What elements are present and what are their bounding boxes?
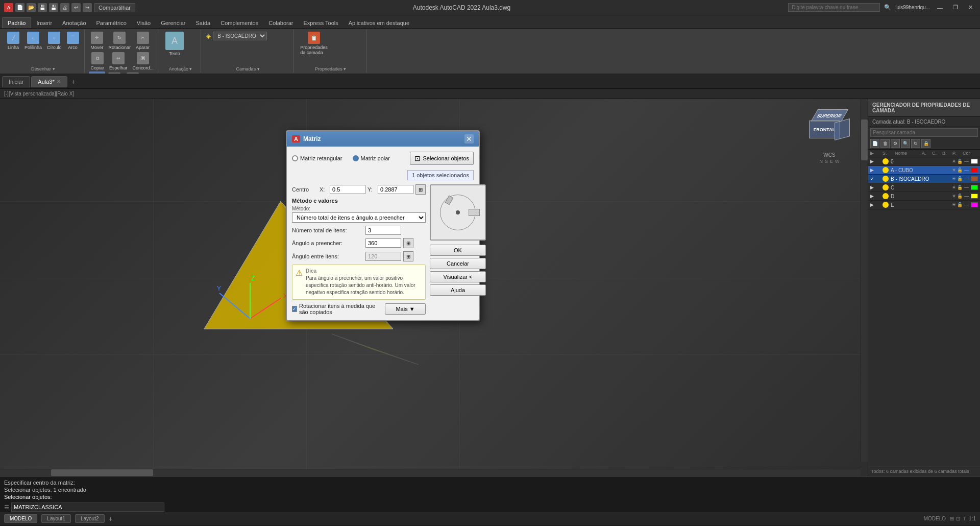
layer-row-c-expand: ▶ [870, 185, 880, 190]
layout2-tab[interactable]: Layout2 [75, 514, 105, 523]
minimize-button[interactable]: — [934, 4, 946, 12]
ribbon: ╱ Linha ⌐ Polilinha ○ Círculo ⌒ Arco Des… [0, 29, 980, 75]
ribbon-tab-inserir[interactable]: Inserir [31, 18, 57, 28]
layer-row-0[interactable]: ▶ 0 ☀ 🔓 — [868, 157, 980, 166]
doc-tab-iniciar[interactable]: Iniciar [2, 76, 30, 87]
layer-dropdown[interactable]: B - ISOCAEDRO [213, 32, 267, 40]
ribbon-tab-visão[interactable]: Visão [132, 18, 156, 28]
angulo-pick-btn[interactable]: ⊞ [403, 238, 413, 248]
layer-row-c[interactable]: ▶ C ☀ 🔓 — [868, 183, 980, 192]
open-icon[interactable]: 📂 [27, 3, 36, 12]
radio-retangular-btn[interactable] [292, 155, 298, 161]
ribbon-btn-mover[interactable]: ✛ Mover [89, 31, 106, 51]
layer-row-cubo-color [971, 168, 978, 173]
ribbon-btn-rotacionar[interactable]: ↻ Rotacionar [107, 31, 133, 51]
rp-new-layer-btn[interactable]: 📄 [870, 139, 879, 148]
rp-lock-btn[interactable]: 🔒 [921, 139, 930, 148]
layer-row-e[interactable]: ▶ E ☀ 🔓 — [868, 201, 980, 209]
search-icon[interactable]: 🔍 [884, 4, 891, 11]
rp-refresh-btn[interactable]: ↻ [911, 139, 920, 148]
cmd-line-2: Selecionar objetos: 1 encontrado [4, 486, 976, 493]
ribbon-btn-aparar[interactable]: ✂ Aparar [134, 31, 152, 51]
ortho-btn[interactable]: ⊤ [962, 516, 967, 521]
scroll-vertical[interactable] [861, 99, 868, 462]
num-itens-input[interactable] [365, 226, 401, 235]
view-nav: SUPERIOR FRONTAL WCS N S E W [801, 109, 857, 176]
checkbox-row[interactable]: ✓ Rotacionar itens à medida que são copi… [292, 303, 385, 315]
ribbon-tab-complementos[interactable]: Complementos [215, 18, 263, 28]
ribbon-tab-saída[interactable]: Saída [190, 18, 215, 28]
search-input[interactable] [788, 3, 880, 12]
view-cube[interactable]: SUPERIOR FRONTAL [809, 109, 850, 150]
layer-row-cubo-name: A - CUBO [891, 168, 950, 173]
cancelar-button[interactable]: Cancelar [430, 258, 486, 269]
select-objects-button[interactable]: ⊡ Selecionar objetos [410, 152, 474, 165]
ribbon-tab-paramétrico[interactable]: Paramétrico [91, 18, 132, 28]
angulo-entre-input[interactable] [365, 252, 401, 261]
grid-btn[interactable]: ⊞ [950, 516, 954, 521]
cmd-input[interactable] [11, 503, 164, 512]
ribbon-tab-express-tools[interactable]: Express Tools [299, 18, 344, 28]
doc-tab-aula3-label: Aula3* [38, 79, 54, 85]
ribbon-tab-gerenciar[interactable]: Gerenciar [156, 18, 190, 28]
ajuda-button[interactable]: Ajuda [430, 284, 486, 296]
close-button[interactable]: ✕ [965, 3, 976, 12]
save-icon[interactable]: 💾 [38, 3, 47, 12]
doc-tab-add-button[interactable]: + [68, 77, 79, 87]
layer-row-cubo[interactable]: ▶ A - CUBO ☀ 🔓 — [868, 166, 980, 175]
ribbon-btn-polilinha[interactable]: ⌐ Polilinha [22, 31, 44, 51]
ribbon-btn-espelhar[interactable]: ⇔ Espelhar [107, 51, 130, 71]
new-icon[interactable]: 📄 [15, 3, 24, 12]
scroll-horizontal[interactable] [0, 469, 861, 476]
save-as-icon[interactable]: 💾 [49, 3, 58, 12]
layout1-tab[interactable]: Layout1 [41, 514, 71, 523]
rp-delete-btn[interactable]: 🗑 [880, 139, 890, 148]
undo-icon[interactable]: ↩ [71, 3, 81, 12]
doc-tab-close-icon[interactable]: ✕ [57, 79, 61, 84]
add-layout-btn[interactable]: + [109, 515, 113, 523]
ribbon-tab-colaborar[interactable]: Colaborar [263, 18, 298, 28]
redo-icon[interactable]: ↪ [83, 3, 92, 12]
snap-btn[interactable]: ⊡ [956, 516, 960, 521]
rp-settings-btn[interactable]: ⚙ [891, 139, 900, 148]
ribbon-btn-copiar[interactable]: ⧉ Copiar [89, 51, 107, 71]
ribbon-btn-circulo[interactable]: ○ Círculo [45, 31, 64, 51]
ribbon-btn-linha[interactable]: ╱ Linha [5, 31, 21, 51]
maximize-button[interactable]: ❐ [950, 3, 961, 12]
ribbon-tab-aplicativos-em-destaque[interactable]: Aplicativos em destaque [344, 18, 414, 28]
tip-box: ⚠ Dica Para ângulo a preencher, um valor… [292, 265, 426, 300]
checkbox-icon[interactable]: ✓ [292, 306, 297, 312]
ribbon-tab-padrão[interactable]: Padrão [2, 17, 31, 28]
layer-row-isocaedro[interactable]: ✓ B - ISOCAEDRO ☀ 🔓 — [868, 175, 980, 183]
view-cube-right[interactable] [835, 118, 850, 140]
radio-polar[interactable]: Matriz polar [353, 155, 390, 161]
radio-polar-btn[interactable] [353, 155, 359, 161]
ribbon-btn-propriedades[interactable]: 📋 Propriedadesda camada [298, 31, 330, 56]
angulo-entre-pick-btn[interactable]: ⊞ [403, 251, 413, 261]
model-tab[interactable]: MODELO [4, 514, 37, 523]
centro-pick-btn[interactable]: ⊞ [415, 184, 426, 195]
plot-icon[interactable]: 🖨 [60, 3, 69, 12]
ok-button[interactable]: OK [430, 245, 486, 256]
doc-tab-aula3[interactable]: Aula3* ✕ [31, 76, 67, 87]
layer-row-d-name: D [891, 194, 950, 199]
dialog-close-button[interactable]: ✕ [464, 134, 474, 144]
ribbon-group-draw: ╱ Linha ⌐ Polilinha ○ Círculo ⌒ Arco Des… [2, 30, 85, 73]
ribbon-tab-anotação[interactable]: Anotação [57, 18, 91, 28]
y-input[interactable] [378, 185, 413, 194]
dialog-title-label: Matriz [303, 135, 321, 142]
x-input[interactable] [330, 185, 365, 194]
angulo-preencher-input[interactable] [365, 238, 401, 248]
radio-retangular[interactable]: Matriz retangular [292, 155, 342, 161]
rp-filter-btn[interactable]: 🔍 [901, 139, 910, 148]
layer-search-input[interactable] [870, 128, 978, 137]
mais-button[interactable]: Mais ▼ [385, 303, 426, 315]
ribbon-btn-texto[interactable]: A Texto [163, 31, 186, 57]
share-button[interactable]: Compartilhar [94, 3, 135, 12]
ribbon-btn-concord[interactable]: ⌘ Concord... [131, 51, 156, 71]
metodo-dropdown-row: Número total de itens e ângulo a preench… [292, 212, 426, 223]
ribbon-btn-arco[interactable]: ⌒ Arco [65, 31, 81, 51]
layer-row-d[interactable]: ▶ D ☀ 🔓 — [868, 192, 980, 201]
visualizar-button[interactable]: Visualizar < [430, 271, 486, 282]
metodo-dropdown[interactable]: Número total de itens e ângulo a preench… [292, 212, 426, 223]
